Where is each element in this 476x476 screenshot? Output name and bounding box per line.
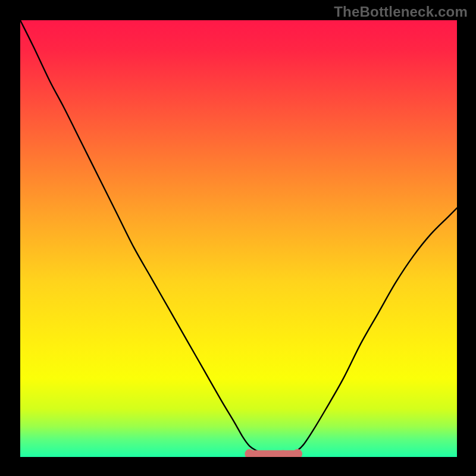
optimal-zone-dot: [259, 450, 265, 456]
optimal-zone-dot: [280, 450, 287, 457]
watermark-text: TheBottleneck.com: [334, 4, 468, 20]
bottleneck-chart: [20, 20, 457, 457]
optimal-zone-dot: [288, 450, 294, 456]
plot-background: [20, 20, 457, 457]
